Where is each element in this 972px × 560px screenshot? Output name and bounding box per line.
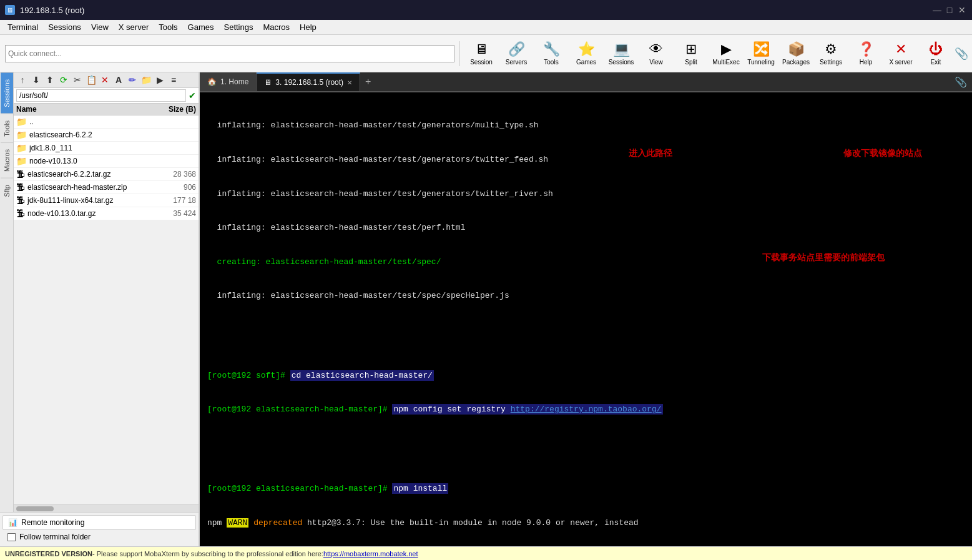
help-button[interactable]: ❓ Help (850, 37, 882, 70)
tab-add-button[interactable]: + (360, 74, 376, 90)
file-cut-button[interactable]: ✂ (71, 74, 84, 86)
side-tabs-container: Sessions Tools Macros Sftp ↑ ⬇ ⬆ ⟳ ✂ 📋 ✕… (0, 72, 199, 512)
file-execute-button[interactable]: ▶ (154, 74, 166, 86)
file-toolbar: ↑ ⬇ ⬆ ⟳ ✂ 📋 ✕ A ✏ 📁 ▶ ≡ (14, 72, 199, 88)
status-middle: - Please support MobaXterm by subscribin… (92, 550, 323, 558)
servers-icon: 🔗 (508, 41, 525, 57)
toolbar-separator (459, 41, 460, 66)
packages-button[interactable]: 📦 Packages (780, 37, 812, 70)
minimize-button[interactable]: — (932, 5, 942, 15)
list-item[interactable]: 📁 elasticsearch-6.2.2 (14, 129, 199, 142)
menu-sessions[interactable]: Sessions (43, 21, 86, 33)
file-upload-button[interactable]: ⬆ (44, 74, 56, 86)
file-download-button[interactable]: ⬇ (30, 74, 42, 86)
tab-close-button[interactable]: ✕ (347, 79, 352, 86)
main-layout: Sessions Tools Macros Sftp ↑ ⬇ ⬆ ⟳ ✂ 📋 ✕… (0, 72, 972, 546)
file-menu-button[interactable]: ≡ (167, 74, 180, 86)
file-copy-button[interactable]: 📋 (85, 74, 97, 86)
file-size: 177 18 (159, 196, 196, 205)
hscroll-thumb[interactable] (16, 506, 54, 511)
view-button[interactable]: 👁 View (640, 37, 672, 70)
follow-terminal-checkbox[interactable] (7, 533, 16, 541)
tunneling-button[interactable]: 🔀 Tunneling (745, 37, 777, 70)
settings-toolbar-button[interactable]: ⚙ Settings (815, 37, 847, 70)
term-output: [root@192 elasticsearch-head-master]# np… (207, 404, 965, 415)
menu-help[interactable]: Help (295, 21, 322, 33)
tab-terminal[interactable]: 🖥 3. 192.168.1.5 (root) ✕ (257, 72, 360, 91)
quick-connect-input[interactable] (5, 45, 454, 62)
xserver-icon: ✕ (895, 41, 906, 57)
menu-games[interactable]: Games (183, 21, 219, 33)
list-item[interactable]: 🗜 elasticsearch-head-master.zip 906 (14, 181, 199, 194)
tools-button[interactable]: 🔧 Tools (535, 37, 567, 70)
sidebar-item-macros[interactable]: Macros (1, 142, 13, 178)
tab-home[interactable]: 🏠 1. Home (200, 72, 257, 91)
file-hscroll[interactable] (14, 504, 199, 512)
tab-attach-icon[interactable]: 📎 (950, 74, 972, 91)
follow-terminal-label: Follow terminal folder (19, 533, 91, 541)
term-output: inflating: elasticsearch-head-master/tes… (207, 189, 965, 200)
tools-label: Tools (544, 59, 558, 66)
file-refresh-button[interactable]: ⟳ (57, 74, 70, 86)
list-item[interactable]: 📁 node-v10.13.0 (14, 155, 199, 168)
attach-icon[interactable]: 📎 (955, 47, 967, 61)
terminal-tab-label: 3. 192.168.1.5 (root) (275, 78, 343, 87)
file-icon: 🗜 (16, 169, 25, 179)
terminal[interactable]: inflating: elasticsearch-head-master/tes… (200, 92, 972, 546)
file-name: elasticsearch-6.2.2 (29, 130, 159, 139)
maximize-button[interactable]: □ (945, 5, 955, 15)
session-label: Session (470, 59, 493, 66)
file-newfolder-button[interactable]: 📁 (140, 74, 152, 86)
session-button[interactable]: 🖥 Session (465, 37, 498, 70)
status-bar: UNREGISTERED VERSION - Please support Mo… (0, 546, 972, 560)
path-input[interactable] (16, 89, 186, 102)
session-icon: 🖥 (474, 41, 488, 57)
menu-tools[interactable]: Tools (154, 21, 182, 33)
games-label: Games (576, 59, 596, 66)
term-output: inflating: elasticsearch-head-master/tes… (207, 154, 965, 165)
list-item[interactable]: 🗜 node-v10.13.0.tar.gz 35 424 (14, 207, 199, 220)
file-name: elasticsearch-6.2.2.tar.gz (27, 170, 159, 179)
file-up-button[interactable]: ↑ (16, 74, 29, 86)
close-button[interactable]: ✕ (957, 5, 967, 15)
sidebar-item-sftp[interactable]: Sftp (1, 178, 13, 204)
exit-button[interactable]: ⏻ Exit (920, 37, 952, 70)
sessions-button[interactable]: 💻 Sessions (605, 37, 637, 70)
menu-macros[interactable]: Macros (258, 21, 295, 33)
menu-bar: Terminal Sessions View X server Tools Ga… (0, 20, 972, 35)
split-button[interactable]: ⊞ Split (675, 37, 707, 70)
home-tab-icon: 🏠 (207, 77, 217, 86)
sidebar-item-sessions[interactable]: Sessions (1, 72, 13, 114)
file-edit-button[interactable]: ✏ (126, 74, 139, 86)
multiexec-button[interactable]: ▶ MultiExec (710, 37, 742, 70)
menu-view[interactable]: View (86, 21, 114, 33)
tunneling-icon: 🔀 (753, 41, 770, 57)
servers-button[interactable]: 🔗 Servers (500, 37, 533, 70)
sidebar-item-tools[interactable]: Tools (1, 114, 13, 143)
exit-icon: ⏻ (929, 41, 943, 57)
list-item[interactable]: 📁 .. (14, 115, 199, 129)
list-item[interactable]: 🗜 jdk-8u111-linux-x64.tar.gz 177 18 (14, 194, 199, 207)
window-title: 192.168.1.5 (root) (20, 6, 84, 15)
menu-terminal[interactable]: Terminal (2, 21, 43, 33)
tab-bar: 🏠 1. Home 🖥 3. 192.168.1.5 (root) ✕ + 📎 (200, 72, 972, 92)
menu-xserver[interactable]: X server (114, 21, 154, 33)
games-button[interactable]: ⭐ Games (570, 37, 602, 70)
menu-settings[interactable]: Settings (219, 21, 258, 33)
status-link[interactable]: https://mobaxterm.mobatek.net (323, 550, 418, 558)
remote-monitoring-label: Remote monitoring (21, 518, 84, 527)
file-delete-button[interactable]: ✕ (99, 74, 111, 86)
view-label: View (649, 59, 663, 66)
file-rename-button[interactable]: A (112, 74, 125, 86)
remote-monitoring-button[interactable]: 📊 Remote monitoring (2, 515, 196, 530)
path-ok-icon[interactable]: ✔ (189, 91, 196, 101)
window-controls[interactable]: — □ ✕ (932, 5, 967, 15)
xserver-button[interactable]: ✕ X server (885, 37, 917, 70)
remote-monitoring-icon: 📊 (8, 518, 17, 527)
list-item[interactable]: 🗜 elasticsearch-6.2.2.tar.gz 28 368 (14, 168, 199, 181)
right-panel: 🏠 1. Home 🖥 3. 192.168.1.5 (root) ✕ + 📎 … (200, 72, 972, 546)
file-name: jdk-8u111-linux-x64.tar.gz (27, 196, 159, 205)
settings-icon: ⚙ (825, 41, 837, 57)
toolbar: 🖥 Session 🔗 Servers 🔧 Tools ⭐ Games 💻 Se… (0, 35, 972, 72)
list-item[interactable]: 📁 jdk1.8.0_111 (14, 142, 199, 155)
